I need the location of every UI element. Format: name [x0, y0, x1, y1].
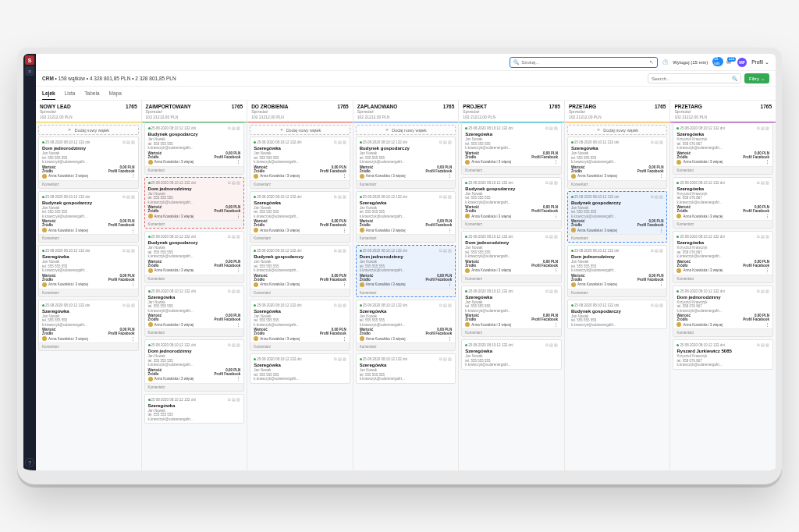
archive-icon[interactable]: ▥	[343, 140, 346, 145]
archive-icon[interactable]: ▥	[236, 342, 240, 348]
profile-menu[interactable]: Profil⌄	[751, 59, 769, 66]
more-icon[interactable]: ⋮	[554, 268, 558, 272]
archive-icon[interactable]: ▥	[554, 289, 558, 294]
app-logo[interactable]: S	[25, 55, 34, 65]
more-icon[interactable]: ⋮	[236, 268, 240, 272]
calendar-icon[interactable]: ▤	[232, 234, 236, 239]
card-comment-bar[interactable]: Komentarz	[357, 289, 456, 296]
copy-icon[interactable]: ⧉	[757, 126, 760, 131]
copy-icon[interactable]: ⧉	[439, 248, 442, 254]
lead-card[interactable]: 25·08·2020 08:10:12 132 dni ⧉ ▤ ▥ Szereg…	[673, 122, 773, 175]
archive-icon[interactable]: ▥	[448, 303, 452, 308]
lead-card[interactable]: 25·08·2020 08:10:12 132 dni ⧉ ▤ ▥ Dom je…	[38, 137, 139, 189]
more-icon[interactable]: ⋮	[343, 282, 346, 286]
archive-icon[interactable]: ▥	[448, 248, 452, 254]
lead-card[interactable]: 25·08·2020 08:10:12 132 dni ⧉ ▤ ▥ Dom je…	[461, 231, 562, 283]
more-icon[interactable]: ⋮	[448, 174, 452, 178]
lead-card[interactable]: 25·08·2020 08:10:12 132 dni ⧉ ▤ ▥ Dom je…	[567, 245, 668, 297]
copy-icon[interactable]: ⧉	[545, 289, 549, 294]
card-comment-bar[interactable]: Komentarz	[39, 342, 138, 350]
lead-card[interactable]: 25·08·2020 08:10:12 132 dni ⧉ ▤ ▥ Szereg…	[250, 191, 350, 243]
calendar-icon[interactable]: ▤	[126, 303, 130, 308]
card-comment-bar[interactable]: Komentarz	[250, 234, 350, 242]
lead-card[interactable]: 25·08·2020 08:10:12 132 dni ⧉ ▤ ▥ Szereg…	[461, 122, 562, 175]
more-icon[interactable]: ⋮	[765, 215, 769, 218]
copy-icon[interactable]: ⧉	[123, 248, 126, 254]
reminder-icon[interactable]: ⏱15 min	[712, 59, 720, 66]
archive-icon[interactable]: ▥	[131, 303, 135, 308]
copy-icon[interactable]: ⧉	[439, 140, 442, 145]
archive-icon[interactable]: ▥	[659, 140, 663, 145]
calendar-icon[interactable]: ▤	[338, 140, 342, 145]
calendar-icon[interactable]: ▤	[655, 194, 659, 200]
archive-icon[interactable]: ▥	[448, 140, 452, 145]
more-icon[interactable]: ⋮	[343, 174, 346, 178]
calendar-icon[interactable]: ▤	[126, 248, 130, 254]
lead-card[interactable]: 25·08·2020 08:10:12 132 dni ⧉ ▤ ▥ Szereg…	[567, 137, 668, 189]
help-icon[interactable]: ?	[25, 458, 34, 467]
calendar-icon[interactable]: ▤	[443, 356, 447, 362]
add-thread-button[interactable]: ＋ Dodaj nowy wątek	[356, 125, 456, 135]
mail-icon[interactable]: ✉122	[725, 59, 733, 66]
global-search[interactable]: 🔍 ↖	[510, 57, 658, 68]
archive-icon[interactable]: ▥	[765, 289, 769, 294]
copy-icon[interactable]: ⧉	[651, 140, 654, 145]
more-icon[interactable]: ⋮	[659, 282, 663, 286]
copy-icon[interactable]: ⧉	[651, 194, 654, 200]
card-comment-bar[interactable]: Komentarz	[568, 234, 667, 242]
copy-icon[interactable]: ⧉	[757, 180, 760, 186]
archive-icon[interactable]: ▥	[236, 397, 240, 403]
copy-icon[interactable]: ⧉	[228, 342, 231, 348]
calendar-icon[interactable]: ▤	[232, 397, 236, 403]
copy-icon[interactable]: ⧉	[334, 140, 337, 145]
card-comment-bar[interactable]: Komentarz	[357, 342, 456, 350]
calendar-icon[interactable]: ▤	[549, 289, 553, 294]
archive-icon[interactable]: ▥	[448, 194, 452, 200]
more-icon[interactable]: ⋮	[343, 229, 346, 232]
archive-icon[interactable]: ▥	[554, 180, 558, 186]
card-comment-bar[interactable]: Komentarz	[250, 342, 350, 350]
archive-icon[interactable]: ▥	[765, 234, 769, 239]
lead-card[interactable]: 25·08·2020 08:10:12 132 dni ⧉ ▤ ▥ Szereg…	[38, 245, 139, 297]
secondary-search[interactable]: 🔍	[648, 73, 741, 83]
more-icon[interactable]: ⋮	[236, 323, 240, 327]
card-comment-bar[interactable]: Komentarz	[357, 234, 456, 242]
copy-icon[interactable]: ⧉	[757, 342, 760, 348]
archive-icon[interactable]: ▥	[236, 180, 240, 186]
archive-icon[interactable]: ▥	[554, 126, 558, 131]
more-icon[interactable]: ⋮	[448, 337, 452, 341]
calendar-icon[interactable]: ▤	[761, 342, 765, 348]
copy-icon[interactable]: ⧉	[334, 194, 337, 200]
calendar-icon[interactable]: ▤	[761, 126, 765, 131]
archive-icon[interactable]: ▥	[343, 194, 346, 200]
add-thread-button[interactable]: ＋ Dodaj nowy wątek	[250, 125, 350, 135]
calendar-icon[interactable]: ▤	[338, 356, 342, 362]
more-icon[interactable]: ⋮	[554, 160, 558, 164]
archive-icon[interactable]: ▥	[343, 303, 346, 308]
more-icon[interactable]: ⋮	[131, 282, 135, 286]
archive-icon[interactable]: ▥	[659, 303, 663, 308]
tab-lejek[interactable]: Lejek	[42, 87, 55, 100]
archive-icon[interactable]: ▥	[765, 342, 769, 348]
archive-icon[interactable]: ▥	[236, 234, 240, 239]
copy-icon[interactable]: ⧉	[757, 234, 760, 239]
more-icon[interactable]: ⋮	[554, 323, 558, 327]
more-icon[interactable]: ⋮	[236, 215, 240, 218]
calendar-icon[interactable]: ▤	[338, 194, 342, 200]
calendar-icon[interactable]: ▤	[443, 303, 447, 308]
calendar-icon[interactable]: ▤	[443, 140, 447, 145]
lead-card[interactable]: 25·08·2020 08:10:12 132 dni ⧉ ▤ ▥ Szereg…	[250, 137, 350, 189]
archive-icon[interactable]: ▥	[554, 342, 558, 348]
calendar-icon[interactable]: ▤	[549, 342, 553, 348]
copy-icon[interactable]: ⧉	[651, 303, 654, 308]
copy-icon[interactable]: ⧉	[228, 126, 231, 131]
lead-card[interactable]: 25·08·2020 08:10:12 132 dni ⧉ ▤ ▥ Szereg…	[250, 300, 350, 352]
copy-icon[interactable]: ⧉	[545, 126, 549, 131]
lead-card[interactable]: 25·08·2020 08:10:12 132 dni ⧉ ▤ ▥ Budyne…	[567, 191, 668, 243]
calendar-icon[interactable]: ▤	[549, 180, 553, 186]
copy-icon[interactable]: ⧉	[228, 234, 231, 239]
copy-icon[interactable]: ⧉	[228, 180, 231, 186]
lead-card[interactable]: 25·08·2020 08:10:12 132 dni ⧉ ▤ ▥ Dom je…	[144, 339, 245, 392]
card-comment-bar[interactable]: Komentarz	[462, 275, 561, 282]
calendar-icon[interactable]: ▤	[655, 248, 659, 254]
